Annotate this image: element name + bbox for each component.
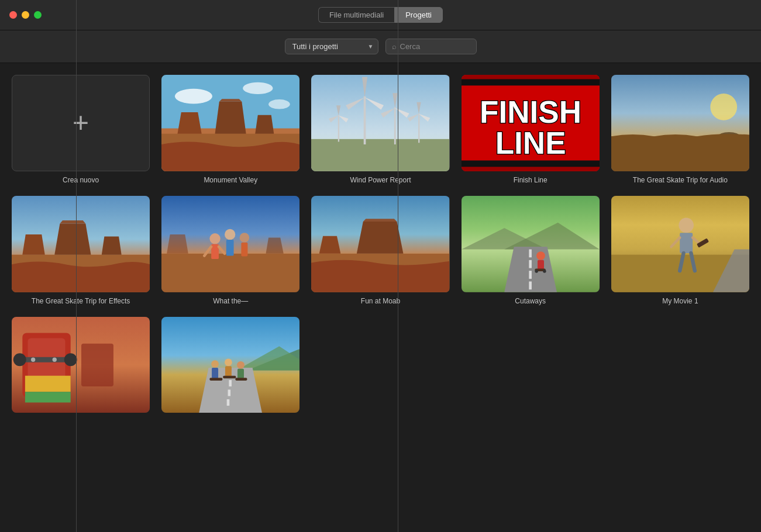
- row3-1-thumbnail: [12, 317, 150, 413]
- svg-marker-42: [60, 220, 85, 223]
- svg-text:LINE: LINE: [495, 126, 566, 160]
- svg-rect-95: [81, 343, 113, 386]
- project-label-monument: Monument Valley: [204, 176, 257, 184]
- project-monument-valley[interactable]: Monument Valley: [161, 75, 299, 184]
- svg-rect-89: [25, 392, 71, 402]
- create-new-thumbnail: +: [12, 75, 150, 171]
- svg-marker-60: [363, 219, 397, 222]
- svg-point-47: [210, 233, 221, 244]
- center-divider: [398, 0, 398, 532]
- svg-marker-6: [215, 102, 246, 134]
- svg-point-92: [64, 353, 77, 366]
- titlebar: File multimediali Progetti: [0, 0, 761, 30]
- svg-marker-43: [22, 234, 44, 255]
- svg-point-70: [536, 251, 545, 260]
- project-row3-1[interactable]: [12, 317, 150, 418]
- projects-grid: + Crea nuovo: [12, 75, 749, 417]
- tab-media[interactable]: File multimediali: [318, 7, 394, 23]
- project-label-skate-audio: The Great Skate Trip for Audio: [633, 176, 728, 184]
- svg-point-93: [31, 357, 35, 361]
- toolbar: Tutti i progetti Filmati Trailer Clip ▼ …: [0, 30, 761, 63]
- svg-marker-59: [357, 222, 404, 254]
- search-box: ⌕: [385, 39, 477, 54]
- svg-marker-9: [255, 115, 274, 134]
- svg-rect-101: [229, 380, 232, 386]
- svg-rect-16: [394, 107, 396, 144]
- wind-power-thumbnail: [311, 75, 449, 171]
- what-the-thumbnail: [161, 196, 299, 292]
- svg-rect-110: [210, 378, 223, 381]
- svg-rect-107: [225, 366, 232, 376]
- my-movie-thumbnail: [611, 196, 749, 292]
- svg-rect-88: [25, 375, 71, 391]
- svg-marker-61: [319, 236, 341, 253]
- project-fun-moab[interactable]: Fun at Moab: [311, 196, 449, 305]
- svg-rect-102: [228, 389, 231, 396]
- filter-select[interactable]: Tutti i progetti Filmati Trailer Clip: [285, 39, 378, 54]
- project-wind-power[interactable]: Wind Power Report: [311, 75, 449, 184]
- project-label-my-movie: My Movie 1: [662, 297, 698, 305]
- svg-rect-66: [529, 249, 532, 257]
- minimize-button[interactable]: [22, 11, 29, 19]
- project-what-the[interactable]: What the—: [161, 196, 299, 305]
- project-row3-2[interactable]: [161, 317, 299, 418]
- svg-rect-11: [311, 139, 449, 171]
- sidebar-divider: [76, 0, 77, 532]
- filter-wrapper: Tutti i progetti Filmati Trailer Clip ▼: [285, 39, 378, 54]
- project-label-cutaways: Cutaways: [515, 297, 546, 305]
- projects-content: + Crea nuovo: [0, 63, 761, 532]
- svg-marker-44: [102, 236, 122, 254]
- svg-rect-111: [223, 375, 236, 378]
- finish-line-thumbnail: FINISH LINE: [462, 75, 600, 171]
- project-skate-audio[interactable]: The Great Skate Trip for Audio: [611, 75, 749, 184]
- svg-rect-112: [236, 378, 247, 381]
- fun-moab-thumbnail: [311, 196, 449, 292]
- svg-point-53: [240, 233, 249, 242]
- project-skate-effects[interactable]: The Great Skate Trip for Effects: [12, 196, 150, 305]
- svg-point-74: [543, 270, 546, 272]
- svg-point-3: [243, 82, 273, 94]
- close-button[interactable]: [9, 11, 17, 19]
- search-icon: ⌕: [392, 42, 397, 51]
- search-input[interactable]: [400, 42, 470, 51]
- svg-rect-67: [529, 260, 532, 268]
- tab-projects[interactable]: Progetti: [394, 7, 443, 23]
- traffic-lights: [9, 11, 42, 19]
- cutaways-thumbnail: [462, 196, 600, 292]
- svg-rect-29: [462, 75, 600, 79]
- svg-rect-103: [227, 399, 230, 406]
- svg-point-94: [53, 357, 57, 361]
- svg-marker-7: [219, 99, 242, 102]
- svg-marker-41: [54, 223, 91, 254]
- project-create-new[interactable]: + Crea nuovo: [12, 75, 150, 184]
- project-label-effects: The Great Skate Trip for Effects: [32, 297, 130, 305]
- monument-valley-thumbnail: [161, 75, 299, 171]
- project-label-moab: Fun at Moab: [361, 297, 400, 305]
- svg-marker-55: [167, 234, 188, 254]
- project-cutaways[interactable]: Cutaways: [462, 196, 600, 305]
- skate-audio-thumbnail: [611, 75, 749, 171]
- svg-rect-105: [212, 368, 218, 378]
- svg-rect-52: [226, 240, 234, 255]
- svg-rect-33: [462, 79, 600, 85]
- svg-point-108: [237, 361, 245, 369]
- svg-rect-68: [529, 271, 532, 279]
- row3-2-thumbnail: [161, 317, 299, 413]
- project-label-wind: Wind Power Report: [350, 176, 411, 184]
- plus-icon: +: [73, 109, 89, 137]
- project-finish-line[interactable]: FINISH LINE Finish Line: [462, 75, 600, 184]
- project-label-finish: Finish Line: [514, 176, 547, 184]
- svg-rect-30: [462, 167, 600, 171]
- svg-rect-34: [462, 160, 600, 167]
- svg-point-2: [175, 89, 212, 104]
- svg-text:FINISH: FINISH: [480, 95, 581, 129]
- svg-rect-71: [538, 260, 544, 270]
- svg-rect-54: [242, 242, 248, 256]
- svg-point-73: [535, 270, 538, 272]
- svg-point-104: [211, 360, 219, 368]
- svg-point-91: [13, 353, 26, 366]
- skate-effects-thumbnail: [12, 196, 150, 292]
- project-my-movie[interactable]: My Movie 1: [611, 196, 749, 305]
- svg-rect-12: [364, 96, 366, 144]
- maximize-button[interactable]: [34, 11, 42, 19]
